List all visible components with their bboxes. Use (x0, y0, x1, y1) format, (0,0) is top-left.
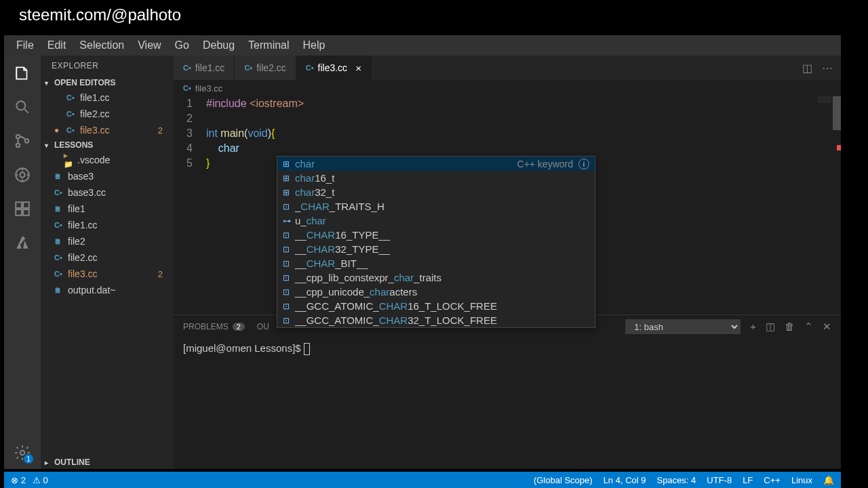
status-bell-icon[interactable]: 🔔 (823, 475, 834, 485)
svg-point-3 (25, 139, 28, 142)
close-panel-icon[interactable]: ✕ (823, 321, 831, 333)
close-tab-icon[interactable]: × (355, 62, 361, 74)
problems-tab[interactable]: PROBLEMS2 (183, 322, 245, 331)
sidebar-title: EXPLORER (41, 56, 174, 76)
menu-go[interactable]: Go (168, 39, 196, 52)
autocomplete-item[interactable]: ⊡_CHAR_TRAITS_H (277, 199, 595, 214)
code-line: 2 (174, 111, 841, 126)
completion-kind-icon: ⊞ (283, 157, 295, 171)
cpp-icon: C• (54, 253, 68, 262)
status-lang[interactable]: C++ (764, 475, 781, 485)
svg-point-0 (16, 101, 25, 110)
status-errors[interactable]: ⊗ 2 (11, 475, 26, 485)
open-editor-item[interactable]: C•file2.cc (41, 106, 174, 122)
editor-tab[interactable]: C•file2.cc (235, 56, 296, 80)
status-encoding[interactable]: UTF-8 (707, 475, 732, 485)
minimap[interactable] (818, 96, 831, 103)
autocomplete-item[interactable]: ⊡__CHAR32_TYPE__ (277, 242, 595, 256)
vscode-window: FileEditSelectionViewGoDebugTerminalHelp… (4, 35, 841, 469)
menu-terminal[interactable]: Terminal (241, 39, 296, 52)
workspace-header[interactable]: ▾LESSONS (41, 138, 174, 152)
completion-kind-icon: ⊡ (283, 242, 295, 257)
unsaved-dot[interactable]: ● (54, 125, 64, 135)
info-icon[interactable]: i (578, 159, 589, 169)
status-cursor[interactable]: Ln 4, Col 9 (604, 475, 646, 485)
editor-tab[interactable]: C•file1.cc (174, 56, 235, 80)
breadcrumb[interactable]: C• file3.cc (174, 80, 841, 96)
autocomplete-item[interactable]: ⊞char16_t (277, 171, 595, 185)
explorer-icon[interactable] (13, 64, 32, 83)
code-editor[interactable]: 1#include <iostream>23int main(void){4 c… (174, 96, 841, 314)
more-actions-icon[interactable]: ⋯ (822, 62, 833, 75)
status-warnings[interactable]: ⚠ 0 (33, 475, 48, 485)
settings-gear-icon[interactable]: 1 (13, 443, 32, 462)
status-os[interactable]: Linux (791, 475, 812, 485)
maximize-panel-icon[interactable]: ⌃ (804, 321, 813, 333)
cpp-icon: C• (306, 64, 314, 72)
svg-rect-6 (23, 202, 29, 208)
file-tree-item[interactable]: C•file3.cc2 (41, 266, 174, 282)
open-editor-item[interactable]: C•file1.cc (41, 89, 174, 106)
autocomplete-popup: ⊞charC++ keywordi⊞char16_t⊞char32_t⊡_CHA… (277, 156, 595, 328)
split-terminal-icon[interactable]: ◫ (766, 321, 775, 333)
main-area: 1 EXPLORER ▾OPEN EDITORS C•file1.ccC•fil… (4, 56, 841, 469)
svg-rect-8 (23, 209, 29, 216)
completion-kind-icon: ⊡ (283, 285, 295, 300)
autocomplete-item[interactable]: ⊡__CHAR16_TYPE__ (277, 228, 595, 242)
file-tree-item[interactable]: 🗎file2 (41, 233, 174, 249)
autocomplete-item[interactable]: ⊞char32_t (277, 185, 595, 199)
completion-kind-icon: ⊡ (283, 199, 295, 214)
autocomplete-item[interactable]: ⊞charC++ keywordi (277, 157, 595, 171)
search-icon[interactable] (13, 98, 32, 117)
code-line: 1#include <iostream> (174, 96, 841, 111)
autocomplete-item[interactable]: ⊶u_char (277, 214, 595, 228)
code-line: 4 char (174, 141, 841, 156)
completion-kind-icon: ⊡ (283, 299, 295, 314)
editor-tab[interactable]: C•file3.cc× (296, 56, 372, 80)
editor-area: C•file1.ccC•file2.ccC•file3.cc×◫⋯ C• fil… (174, 56, 841, 469)
autocomplete-item[interactable]: ⊡__GCC_ATOMIC_CHAR16_T_LOCK_FREE (277, 299, 595, 313)
cpp-icon: C• (66, 94, 80, 102)
debug-icon[interactable] (13, 165, 32, 184)
cpp-icon: C• (66, 126, 80, 134)
new-terminal-icon[interactable]: + (750, 321, 756, 333)
terminal-select[interactable]: 1: bash (625, 319, 741, 334)
terminal[interactable]: [miguel@omen Lessons]$ (174, 338, 841, 469)
file-tree-item[interactable]: C•file2.cc (41, 249, 174, 266)
menu-selection[interactable]: Selection (73, 39, 131, 52)
file-tree-item[interactable]: C•file1.cc (41, 217, 174, 233)
file-tree-item[interactable]: C•base3.cc (41, 184, 174, 201)
file-tree-item[interactable]: ▸ 📁.vscode (41, 152, 174, 168)
menu-debug[interactable]: Debug (196, 39, 241, 52)
completion-kind-icon: ⊡ (283, 256, 295, 271)
status-scope[interactable]: (Global Scope) (534, 475, 593, 485)
menu-help[interactable]: Help (296, 39, 332, 52)
menu-view[interactable]: View (131, 39, 167, 52)
menu-file[interactable]: File (9, 39, 41, 52)
open-editors-header[interactable]: ▾OPEN EDITORS (41, 76, 174, 89)
output-tab[interactable]: OU (257, 322, 269, 331)
autocomplete-item[interactable]: ⊡__CHAR_BIT__ (277, 256, 595, 270)
extensions-icon[interactable] (13, 199, 32, 218)
autocomplete-item[interactable]: ⊡__cpp_unicode_characters (277, 285, 595, 299)
completion-kind-icon: ⊡ (283, 228, 295, 243)
azure-icon[interactable] (13, 233, 32, 252)
scrollbar[interactable] (833, 96, 841, 314)
kill-terminal-icon[interactable]: 🗑 (785, 321, 795, 333)
autocomplete-item[interactable]: ⊡__cpp_lib_constexpr_char_traits (277, 270, 595, 285)
file-tree-item[interactable]: 🗎output.dat~ (41, 282, 174, 298)
split-editor-icon[interactable]: ◫ (802, 62, 812, 75)
outline-header[interactable]: ▸OUTLINE (41, 455, 174, 469)
file-icon: 🗎 (54, 237, 68, 245)
terminal-prompt: [miguel@omen Lessons]$ (183, 342, 304, 354)
menu-edit[interactable]: Edit (41, 39, 73, 52)
watermark-text: steemit.com/@palhoto (19, 5, 181, 24)
autocomplete-item[interactable]: ⊡__GCC_ATOMIC_CHAR32_T_LOCK_FREE (277, 313, 595, 327)
file-tree-item[interactable]: 🗎file1 (41, 201, 174, 217)
completion-kind-icon: ⊡ (283, 313, 295, 328)
status-spaces[interactable]: Spaces: 4 (657, 475, 696, 485)
open-editor-item[interactable]: ●C•file3.cc2 (41, 122, 174, 138)
status-eol[interactable]: LF (743, 475, 753, 485)
file-tree-item[interactable]: 🗎base3 (41, 168, 174, 184)
source-control-icon[interactable] (13, 131, 32, 150)
